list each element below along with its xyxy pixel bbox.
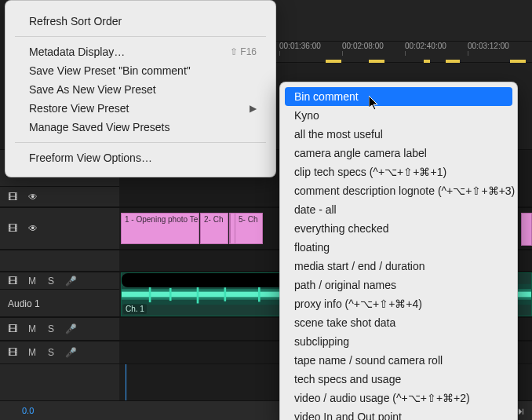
eye-icon[interactable]: 👁 xyxy=(27,191,39,203)
submenu-item[interactable]: Bin comment xyxy=(285,87,512,106)
track-headers: 🎞 👁 🎞 👁 🎞 M S 🎤 Audio 1 xyxy=(0,149,120,420)
mic-icon[interactable]: 🎤 xyxy=(64,346,77,359)
eye-icon[interactable]: 👁 xyxy=(27,222,39,235)
track-header-v2[interactable]: 🎞 👁 xyxy=(0,186,119,206)
menu-label: Save As New View Preset xyxy=(29,83,156,96)
submenu-item[interactable]: date - all xyxy=(280,200,517,219)
submenu-item[interactable]: comment description lognote (^+⌥+⇧+⌘+3) xyxy=(280,181,517,200)
video-clip[interactable]: 2- Ch xyxy=(200,213,228,244)
menu-save-view-preset[interactable]: Save View Preset "Bin comment" xyxy=(5,61,275,80)
audio-channel-tag: Ch. 1 xyxy=(123,304,147,314)
chapter-mark[interactable] xyxy=(424,60,430,63)
menu-label: Restore View Preset xyxy=(29,102,129,115)
ruler-tick: 00:03:12:00 xyxy=(468,42,530,50)
timeline-ruler[interactable]: 00:01:36:00 00:02:08:00 00:02:40:00 00:0… xyxy=(275,41,532,63)
svg-rect-4 xyxy=(169,288,172,301)
film-icon: 🎞 xyxy=(6,346,19,359)
submenu-item[interactable]: everything checked xyxy=(280,219,517,238)
chapter-marks xyxy=(275,58,532,63)
track-header-a1-label[interactable]: Audio 1 xyxy=(0,291,119,316)
solo-toggle[interactable]: S xyxy=(46,276,56,287)
ruler-tick: 00:02:40:00 xyxy=(405,42,468,50)
submenu-item[interactable]: camera angle camera label xyxy=(280,144,517,163)
menu-separator xyxy=(15,36,266,37)
mic-icon[interactable]: 🎤 xyxy=(64,323,77,335)
chevron-right-icon: ▶ xyxy=(250,103,257,114)
menu-label: Refresh Sort Order xyxy=(29,15,122,27)
submenu-item[interactable]: all the most useful xyxy=(280,125,517,144)
menu-save-as-new-view-preset[interactable]: Save As New View Preset xyxy=(5,80,275,99)
bin-context-menu[interactable]: Refresh Sort Order Metadata Display… ⇧ F… xyxy=(5,0,276,177)
submenu-item[interactable]: tech specs and usage xyxy=(280,370,517,389)
mute-toggle[interactable]: M xyxy=(27,347,38,358)
timeline-ruler-area: 00:01:36:00 00:02:08:00 00:02:40:00 00:0… xyxy=(275,0,532,63)
mute-toggle[interactable]: M xyxy=(27,276,38,287)
redaction-mark xyxy=(122,273,294,287)
film-icon: 🎞 xyxy=(6,323,19,335)
submenu-item[interactable]: scene take shot data xyxy=(280,313,517,332)
restore-preset-submenu[interactable]: Bin commentKynoall the most usefulcamera… xyxy=(279,82,518,420)
track-header-a3[interactable]: 🎞 M S 🎤 xyxy=(0,341,119,363)
menu-freeform-view-options[interactable]: Freeform View Options… xyxy=(5,148,275,167)
video-clip[interactable] xyxy=(521,213,532,246)
submenu-item[interactable]: subclipping xyxy=(280,332,517,351)
video-clip[interactable]: 1 - Opening photo Ter xyxy=(121,213,199,244)
film-icon: 🎞 xyxy=(6,191,19,203)
menu-restore-view-preset[interactable]: Restore View Preset ▶ xyxy=(5,99,275,118)
menu-label: Manage Saved View Presets xyxy=(29,121,170,133)
submenu-item[interactable]: path / original names xyxy=(280,276,517,294)
submenu-item[interactable]: tape name / sound camera roll xyxy=(280,351,517,370)
film-icon: 🎞 xyxy=(6,275,19,287)
mute-toggle[interactable]: M xyxy=(27,323,38,334)
video-clip[interactable]: 5- Ch xyxy=(235,213,263,244)
ruler-tick: 00:01:36:00 xyxy=(279,42,342,50)
current-timecode: 0.0 xyxy=(22,406,34,415)
submenu-item[interactable]: media start / end / duration xyxy=(280,257,517,276)
submenu-item[interactable]: video / audio usage (^+⌥+⇧+⌘+2) xyxy=(280,389,517,407)
submenu-item[interactable]: video In and Out point xyxy=(280,407,517,420)
ruler-tick: 00:02:08:00 xyxy=(342,42,405,50)
track-header-a2[interactable]: 🎞 M S 🎤 xyxy=(0,318,119,340)
film-icon: 🎞 xyxy=(6,222,19,235)
chapter-mark[interactable] xyxy=(326,60,341,63)
track-header-divider xyxy=(0,250,119,271)
submenu-item[interactable]: floating xyxy=(280,238,517,257)
chapter-mark[interactable] xyxy=(446,60,460,63)
menu-refresh-sort[interactable]: Refresh Sort Order xyxy=(5,12,275,31)
track-header-v1[interactable]: 🎞 👁 xyxy=(0,208,119,249)
menu-label: Freeform View Options… xyxy=(29,152,152,164)
solo-toggle[interactable]: S xyxy=(46,347,56,358)
svg-rect-3 xyxy=(149,287,151,302)
solo-toggle[interactable]: S xyxy=(46,323,56,334)
menu-label: Metadata Display… xyxy=(29,46,125,58)
track-label: Audio 1 xyxy=(8,298,40,309)
chapter-mark[interactable] xyxy=(369,60,384,63)
menu-manage-saved-presets[interactable]: Manage Saved View Presets xyxy=(5,118,275,137)
menu-label: Save View Preset "Bin comment" xyxy=(29,64,191,77)
mic-icon[interactable]: 🎤 xyxy=(64,275,77,287)
submenu-item[interactable]: proxy info (^+⌥+⇧+⌘+4) xyxy=(280,294,517,313)
submenu-item[interactable]: clip tech specs (^+⌥+⇧+⌘+1) xyxy=(280,163,517,181)
track-header-a1-row1[interactable]: 🎞 M S 🎤 xyxy=(0,272,119,290)
menu-shortcut: ⇧ F16 xyxy=(230,46,257,57)
submenu-item[interactable]: Kyno xyxy=(280,106,517,125)
chapter-mark[interactable] xyxy=(510,60,526,63)
menu-separator xyxy=(15,142,266,143)
svg-rect-7 xyxy=(258,287,261,302)
menu-metadata-display[interactable]: Metadata Display… ⇧ F16 xyxy=(5,42,275,61)
svg-rect-5 xyxy=(197,286,199,304)
svg-rect-6 xyxy=(224,287,227,301)
